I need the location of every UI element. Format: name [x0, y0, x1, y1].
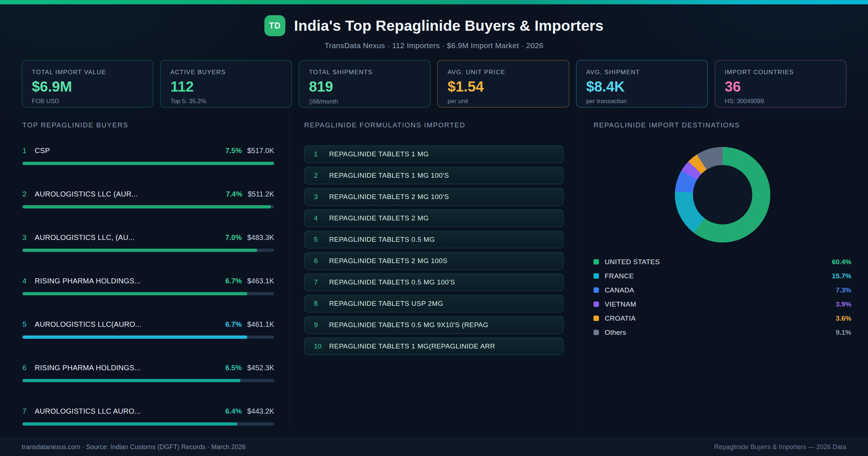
stat-card: AVG. UNIT PRICE$1.54per unit: [437, 60, 569, 107]
legend-country: CANADA: [605, 286, 836, 294]
formulation-rank: 9: [314, 321, 329, 329]
formulation-rank: 1: [314, 150, 329, 158]
buyer-share-pct: 7.4%: [226, 190, 242, 198]
donut-hole: [693, 165, 752, 224]
legend-country: VIETNAM: [605, 300, 836, 308]
buyer-row: 3AUROLOGISTICS LLC, (AU...7.0%$483.3K: [22, 233, 274, 252]
title-row: TD India's Top Repaglinide Buyers & Impo…: [0, 15, 868, 36]
stat-value: 36: [725, 79, 836, 94]
stat-sub: FOB USD: [32, 98, 143, 105]
formulation-item: 10REPAGLINIDE TABLETS 1 MG(REPAGLINIDE A…: [304, 338, 563, 355]
formulation-rank: 10: [314, 342, 329, 350]
buyer-name: AUROLOGISTICS LLC, (AU...: [35, 233, 225, 242]
buyer-row: 4RISING PHARMA HOLDINGS...6.7%$463.1K: [22, 277, 274, 295]
buyer-progress-track: [22, 205, 274, 208]
footer: transdatanexus.com · Source: Indian Cust…: [0, 438, 868, 456]
buyer-row: 1CSP7.5%$517.0K: [22, 147, 274, 165]
stat-value: 819: [309, 79, 420, 94]
stat-label: TOTAL SHIPMENTS: [309, 69, 420, 76]
buyer-line: 5AUROLOGISTICS LLC(AURO...6.7%$461.1K: [22, 320, 274, 329]
formulations-panel: REPAGLINIDE FORMULATIONS IMPORTED 1REPAG…: [289, 107, 579, 426]
page-title: India's Top Repaglinide Buyers & Importe…: [294, 17, 604, 34]
formulation-label: REPAGLINIDE TABLETS USP 2MG: [329, 300, 443, 308]
legend-swatch: [593, 316, 599, 321]
formulation-label: REPAGLINIDE TABLETS 0.5 MG: [329, 236, 435, 244]
legend-swatch: [593, 273, 599, 279]
page-subtitle: TransData Nexus · 112 Importers · $6.9M …: [0, 41, 868, 50]
formulation-rank: 8: [314, 300, 329, 308]
buyer-value: $511.2K: [248, 190, 274, 198]
formulation-rank: 2: [314, 172, 329, 180]
top-accent-bar: [0, 0, 868, 4]
buyer-value: $461.1K: [247, 320, 274, 329]
destinations-legend: UNITED STATES60.4%FRANCE15.7%CANADA7.3%V…: [593, 255, 851, 339]
legend-country: UNITED STATES: [605, 258, 832, 266]
buyer-share-pct: 6.7%: [225, 277, 242, 285]
stat-label: TOTAL IMPORT VALUE: [32, 69, 143, 76]
formulation-label: REPAGLINIDE TABLETS 1 MG(REPAGLINIDE ARR: [329, 342, 495, 350]
dashboard-root: TD India's Top Repaglinide Buyers & Impo…: [0, 0, 868, 423]
formulation-item: 3REPAGLINIDE TABLETS 2 MG 100'S: [304, 188, 563, 206]
buyer-value: $452.3K: [247, 364, 274, 372]
buyer-line: 1CSP7.5%$517.0K: [22, 147, 274, 155]
formulation-item: 6REPAGLINIDE TABLETS 2 MG 100S: [304, 252, 563, 270]
stat-value: 112: [170, 79, 282, 94]
legend-country: CROATIA: [605, 314, 836, 322]
legend-row: FRANCE15.7%: [593, 269, 851, 283]
buyer-progress-track: [22, 292, 274, 295]
buyer-progress-track: [22, 162, 274, 165]
buyer-name: AUROLOGISTICS LLC AURO...: [35, 407, 225, 415]
buyer-name: AUROLOGISTICS LLC(AURO...: [35, 320, 225, 329]
stat-label: AVG. UNIT PRICE: [447, 69, 559, 76]
formulation-label: REPAGLINIDE TABLETS 2 MG 100'S: [329, 193, 449, 201]
donut-chart: [675, 147, 770, 242]
buyer-share-pct: 7.5%: [225, 147, 242, 155]
formulation-item: 2REPAGLINIDE TABLETS 1 MG 100'S: [304, 167, 563, 184]
stat-label: IMPORT COUNTRIES: [725, 69, 836, 76]
buyer-rank: 1: [22, 147, 35, 155]
stat-value: $8.4K: [586, 79, 698, 94]
legend-pct: 3.9%: [836, 300, 851, 308]
buyer-progress-track: [22, 335, 274, 339]
stat-sub: per unit: [447, 98, 559, 105]
buyer-progress-fill: [22, 292, 247, 295]
buyer-name: AUROLOGISTICS LLC (AUR...: [35, 190, 226, 198]
formulation-rank: 7: [314, 278, 329, 286]
formulation-label: REPAGLINIDE TABLETS 2 MG 100S: [329, 257, 447, 265]
stat-value: $1.54: [447, 79, 559, 94]
legend-row: UNITED STATES60.4%: [593, 255, 851, 269]
stat-label: AVG. SHIPMENT: [586, 69, 698, 76]
buyer-rank: 2: [22, 190, 35, 198]
buyer-progress-fill: [22, 335, 247, 339]
legend-swatch: [593, 330, 599, 335]
legend-country: FRANCE: [605, 272, 832, 280]
buyer-progress-fill: [22, 379, 241, 382]
legend-row: Others9.1%: [593, 325, 851, 339]
buyer-progress-track: [22, 249, 274, 252]
formulation-item: 1REPAGLINIDE TABLETS 1 MG: [304, 145, 563, 163]
main-columns: TOP REPAGLINIDE BUYERS 1CSP7.5%$517.0K2A…: [0, 107, 868, 423]
buyer-row: 6RISING PHARMA HOLDINGS...6.5%$452.3K: [22, 364, 274, 382]
buyer-name: CSP: [35, 147, 225, 155]
buyer-rank: 3: [22, 233, 35, 242]
buyer-progress-fill: [22, 249, 257, 252]
buyer-line: 7AUROLOGISTICS LLC AURO...6.4%$443.2K: [22, 407, 274, 415]
buyer-rank: 7: [22, 407, 35, 415]
footer-source: transdatanexus.com · Source: Indian Cust…: [22, 443, 246, 451]
legend-pct: 9.1%: [836, 329, 851, 337]
destinations-panel: REPAGLINIDE IMPORT DESTINATIONS UNITED S…: [579, 107, 868, 426]
legend-swatch: [593, 301, 599, 307]
buyer-progress-fill: [22, 422, 237, 426]
donut-wrap: [593, 147, 851, 242]
buyers-panel: TOP REPAGLINIDE BUYERS 1CSP7.5%$517.0K2A…: [0, 107, 289, 426]
legend-pct: 3.6%: [836, 314, 851, 322]
legend-pct: 15.7%: [832, 272, 851, 280]
formulation-rank: 3: [314, 193, 329, 201]
legend-row: CANADA7.3%: [593, 283, 851, 297]
stat-sub: per transaction: [586, 98, 698, 105]
buyer-line: 4RISING PHARMA HOLDINGS...6.7%$463.1K: [22, 277, 274, 285]
formulation-rank: 6: [314, 257, 329, 265]
legend-row: CROATIA3.6%: [593, 311, 851, 325]
formulation-label: REPAGLINIDE TABLETS 1 MG: [329, 150, 429, 158]
stat-card: TOTAL IMPORT VALUE$6.9MFOB USD: [22, 60, 153, 107]
